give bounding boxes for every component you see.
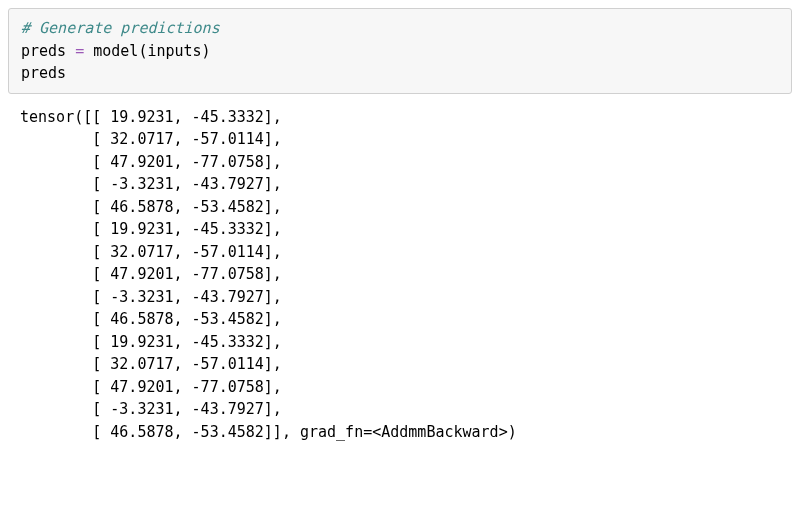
assign-operator: =	[75, 42, 84, 60]
code-line-2-left: preds	[21, 42, 75, 60]
code-line-3: preds	[21, 64, 66, 82]
code-output: tensor([[ 19.9231, -45.3332], [ 32.0717,…	[8, 106, 792, 444]
code-comment: # Generate predictions	[21, 19, 220, 37]
code-line-2-right: model(inputs)	[84, 42, 210, 60]
code-input-cell: # Generate predictions preds = model(inp…	[8, 8, 792, 94]
